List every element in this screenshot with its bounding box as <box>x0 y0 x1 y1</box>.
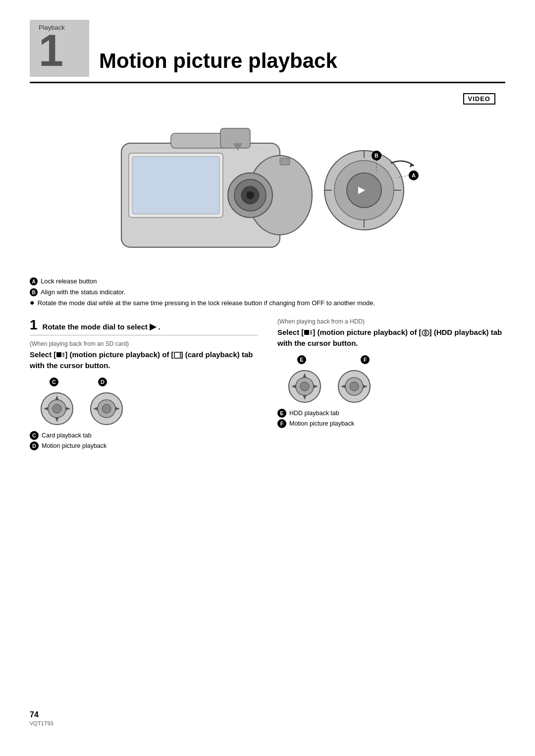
d-marker: D <box>30 441 39 450</box>
label-b-circle: B <box>30 288 38 296</box>
chapter-title: Motion picture playback <box>99 49 505 73</box>
nav-dial-e <box>287 369 322 404</box>
f-marker: F <box>277 419 286 428</box>
label-d-circle: D <box>98 378 107 386</box>
video-badge: VIDEO <box>463 93 495 105</box>
bullet-notes-section: A Lock release button B Align with the s… <box>0 277 535 308</box>
svg-text:A: A <box>412 172 416 178</box>
note-a: A Lock release button <box>30 277 505 286</box>
footer: 74 VQT1T93 <box>30 710 54 726</box>
note-b: B Align with the status indicator. <box>30 288 505 297</box>
step2-sd-body: Select [] (motion picture playback) of [… <box>30 349 258 372</box>
step2-sd-when: (When playing back from an SD card) <box>30 340 258 347</box>
svg-point-59 <box>350 382 359 391</box>
note-bullet-text: Rotate the mode dial while at the same t… <box>38 299 375 308</box>
caption-f-text: Motion picture playback <box>289 420 354 427</box>
label-f-circle: F <box>361 355 370 364</box>
label-a-circle: A <box>30 277 38 285</box>
nav-dials-right <box>287 369 505 404</box>
step1-header: 1 Rotate the mode dial to select ▶ . <box>30 318 258 332</box>
svg-point-40 <box>102 404 111 413</box>
caption-d-text: Motion picture playback <box>42 442 107 449</box>
camera-illustration: B A <box>82 113 453 267</box>
captions-ef: E HDD playback tab F Motion picture play… <box>277 409 505 428</box>
nav-dial-d <box>89 391 124 426</box>
e-marker: E <box>277 409 286 418</box>
col-right: (When playing back from a HDD) Select []… <box>277 318 505 454</box>
step2-hdd-body: Select [] (motion picture playback) of [… <box>277 327 505 349</box>
doc-code: VQT1T93 <box>30 720 54 726</box>
note-bullet: ● Rotate the mode dial while at the same… <box>30 299 505 308</box>
step2-hdd-when: (When playing back from a HDD) <box>277 318 505 325</box>
caption-e: E HDD playback tab <box>277 409 505 418</box>
svg-point-52 <box>300 382 309 391</box>
nav-dials-left <box>40 391 258 426</box>
step2-hdd: (When playing back from a HDD) Select []… <box>277 318 505 349</box>
caption-c-text: Card playback tab <box>42 432 92 439</box>
svg-rect-26 <box>56 352 61 357</box>
svg-point-7 <box>246 191 254 199</box>
nav-dial-f <box>337 369 372 404</box>
svg-point-33 <box>53 404 61 413</box>
step2-sd: (When playing back from an SD card) Sele… <box>30 340 258 372</box>
page-number: 74 <box>30 710 54 719</box>
bullet-dot-icon: ● <box>30 299 35 307</box>
caption-f: F Motion picture playback <box>277 419 505 428</box>
cd-labels-row: C D <box>50 378 258 386</box>
svg-rect-43 <box>304 330 309 335</box>
ef-labels-row: E F <box>297 355 505 364</box>
svg-rect-2 <box>132 157 219 214</box>
svg-rect-11 <box>280 158 290 165</box>
caption-c: C Card playback tab <box>30 431 258 440</box>
main-content: 1 Rotate the mode dial to select ▶ . (Wh… <box>0 318 535 454</box>
col-left: 1 Rotate the mode dial to select ▶ . (Wh… <box>30 318 258 454</box>
caption-d: D Motion picture playback <box>30 441 258 450</box>
caption-e-text: HDD playback tab <box>289 410 339 417</box>
step1-divider <box>30 335 258 335</box>
svg-text:B: B <box>374 153 378 159</box>
captions-cd: C Card playback tab D Motion picture pla… <box>30 431 258 450</box>
camera-diagram: B A <box>0 108 535 277</box>
c-marker: C <box>30 431 39 440</box>
label-c-circle: C <box>50 378 58 386</box>
chapter-number: 1 <box>39 28 80 73</box>
note-a-text: Lock release button <box>41 277 97 286</box>
note-b-text: Align with the status indicator. <box>41 288 125 297</box>
svg-rect-30 <box>174 352 180 358</box>
header-rule <box>30 82 505 83</box>
step1-title: Rotate the mode dial to select ▶ . <box>43 322 160 332</box>
label-e-circle: E <box>297 355 306 364</box>
nav-dial-c <box>40 391 74 426</box>
step1-number: 1 <box>30 318 38 332</box>
